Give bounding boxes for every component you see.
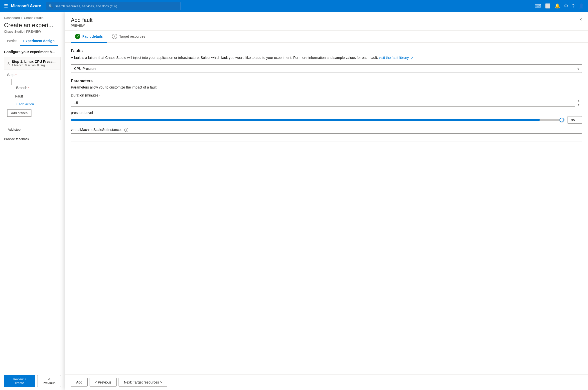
duration-input[interactable]	[71, 99, 582, 107]
target-resources-number-icon: 2	[112, 34, 117, 39]
tabs-bar: Basics Experiment design	[0, 36, 65, 46]
plus-icon: +	[15, 102, 17, 106]
breadcrumb-dashboard[interactable]: Dashboard	[4, 16, 20, 20]
step-label: Step	[7, 73, 14, 77]
feedback-icon[interactable]: ⬜	[545, 3, 551, 9]
slider-container	[71, 116, 582, 124]
slider-thumb[interactable]	[560, 118, 564, 122]
step-subtitle: 1 branch, 0 action, 0 targ...	[12, 64, 55, 67]
params-section-desc: Parameters allow you to customize the im…	[71, 85, 582, 89]
topbar-icons: ⌨ ⬜ 🔔 ⚙ ? 👤	[535, 3, 584, 9]
drawer-title: Add fault	[71, 17, 93, 23]
bottom-bar: Review + create < Previous	[0, 372, 65, 390]
next-target-resources-button[interactable]: Next: Target resources >	[119, 378, 167, 387]
main-layout: Dashboard › Chaos Studio Create an exper…	[0, 12, 588, 390]
drawer-tabs: ✓ Fault details 2 Target resources	[65, 31, 588, 43]
branch-row: — Branch *	[12, 86, 57, 90]
slider-track-wrapper[interactable]	[71, 117, 565, 122]
hamburger-icon[interactable]: ☰	[4, 3, 8, 9]
breadcrumb-chaos-studio[interactable]: Chaos Studio	[24, 16, 43, 20]
fault-details-tab-label: Fault details	[82, 34, 103, 38]
breadcrumb: Dashboard › Chaos Studio	[0, 12, 65, 21]
target-resources-tab-label: Target resources	[119, 34, 145, 38]
fault-select-container: CPU Pressure Memory Pressure Kill Proces…	[71, 64, 582, 73]
params-section-title: Parameters	[71, 79, 582, 83]
step-card: ∧ Step 1: Linux CPU Press... 1 branch, 0…	[4, 57, 61, 120]
topbar: ☰ Microsoft Azure 🔍 Search resources, se…	[0, 0, 588, 12]
add-button[interactable]: Add	[71, 378, 88, 387]
search-bar[interactable]: 🔍 Search resources, services, and docs (…	[46, 2, 181, 10]
add-step-button[interactable]: Add step	[4, 126, 24, 133]
drawer-subtitle: PREVIEW	[71, 24, 93, 27]
pressure-level-label: pressureLevel	[71, 111, 582, 115]
tree-dash: —	[12, 86, 15, 90]
step-header: ∧ Step 1: Linux CPU Press... 1 branch, 0…	[4, 57, 60, 70]
duration-label: Duration (minutes)	[71, 93, 582, 97]
duration-input-wrapper: ▲ ▼	[71, 99, 582, 107]
fault-select[interactable]: CPU Pressure Memory Pressure Kill Proces…	[71, 64, 582, 73]
previous-button[interactable]: < Previous	[37, 375, 61, 387]
add-branch-button[interactable]: Add branch	[7, 109, 31, 117]
search-placeholder: Search resources, services, and docs (G+…	[55, 4, 117, 8]
fault-details-check-icon: ✓	[75, 34, 80, 39]
branch-required-star: *	[28, 86, 29, 90]
add-action-label: Add action	[19, 102, 34, 106]
tab-basics[interactable]: Basics	[4, 36, 20, 46]
drawer-footer: Add < Previous Next: Target resources >	[65, 374, 588, 390]
terminal-icon[interactable]: ⌨	[535, 3, 541, 9]
vmss-label: virtualMachineScaleSetInstances i	[71, 128, 582, 132]
fault-library-link[interactable]: visit the fault library. ↗	[379, 56, 414, 60]
page-subtitle: Chaos Studio | PREVIEW	[0, 29, 65, 36]
settings-icon[interactable]: ⚙	[564, 3, 568, 9]
drawer-body: Faults A fault is a failure that Chaos S…	[65, 43, 588, 374]
step-required-star: *	[15, 73, 17, 77]
slider-track	[71, 119, 565, 121]
tab-target-resources[interactable]: 2 Target resources	[108, 31, 149, 43]
step-body: Step * — Branch * Fault + Add action	[4, 70, 60, 120]
chevron-up-icon[interactable]: ∧	[7, 61, 10, 65]
pressure-value-input[interactable]	[568, 116, 582, 124]
configure-label: Configure your experiment b...	[4, 50, 61, 54]
vmss-info-icon[interactable]: i	[124, 128, 128, 132]
provide-feedback-label: Provide feedback	[4, 136, 61, 142]
fault-label-row: Fault	[15, 93, 57, 100]
slider-fill	[71, 119, 540, 121]
drawer-header: Add fault PREVIEW ×	[65, 12, 588, 31]
left-content: Configure your experiment b... ∧ Step 1:…	[0, 46, 65, 390]
external-link-icon: ↗	[411, 56, 414, 60]
add-action-button[interactable]: + Add action	[15, 101, 57, 107]
drawer-close-button[interactable]: ×	[579, 17, 582, 22]
user-icon[interactable]: 👤	[579, 3, 584, 9]
page-title: Create an experi...	[0, 21, 65, 29]
drawer-previous-button[interactable]: < Previous	[90, 378, 117, 387]
azure-logo: Microsoft Azure	[11, 4, 41, 8]
vmss-input[interactable]	[71, 133, 582, 141]
duration-spinners: ▲ ▼	[575, 99, 582, 107]
tab-fault-details[interactable]: ✓ Fault details	[71, 31, 107, 43]
step-field-row: Step *	[7, 73, 57, 77]
right-panel: Add fault PREVIEW × ✓ Fault details 2 Ta…	[65, 12, 588, 390]
step-title: Step 1: Linux CPU Press...	[12, 60, 55, 64]
branch-label: Branch	[16, 86, 27, 90]
duration-spinner-up[interactable]: ▲	[575, 99, 582, 103]
help-icon[interactable]: ?	[572, 3, 575, 9]
duration-spinner-down[interactable]: ▼	[575, 103, 582, 107]
drawer: Add fault PREVIEW × ✓ Fault details 2 Ta…	[65, 12, 588, 390]
slider-wrapper	[71, 116, 582, 124]
search-icon: 🔍	[49, 4, 53, 8]
faults-section-desc: A fault is a failure that Chaos Studio w…	[71, 55, 582, 60]
tab-experiment-design[interactable]: Experiment design	[20, 36, 57, 46]
review-create-button[interactable]: Review + create	[4, 375, 35, 387]
faults-section-title: Faults	[71, 49, 582, 53]
notification-icon[interactable]: 🔔	[555, 3, 560, 9]
left-panel: Dashboard › Chaos Studio Create an exper…	[0, 12, 65, 390]
breadcrumb-separator: ›	[21, 16, 22, 20]
